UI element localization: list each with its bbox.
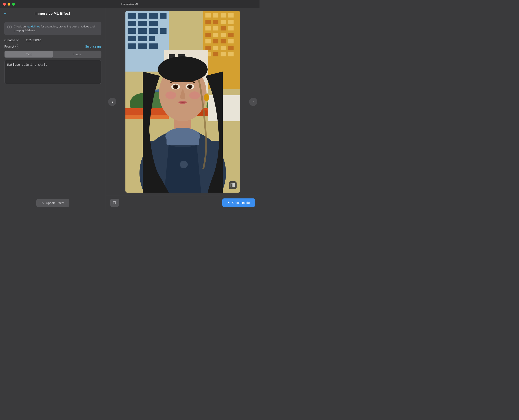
svg-point-65: [180, 161, 188, 168]
svg-rect-40: [206, 46, 211, 50]
nav-arrow-left[interactable]: ‹: [108, 98, 116, 106]
prompt-textarea[interactable]: Matisse painting style: [4, 60, 101, 84]
created-on-value: 2024/06/10: [26, 38, 101, 42]
svg-point-79: [204, 94, 209, 101]
chevron-right-icon: ›: [252, 99, 254, 104]
delete-button[interactable]: [110, 199, 119, 207]
svg-rect-31: [228, 26, 234, 30]
svg-rect-2: [128, 13, 136, 19]
svg-rect-13: [128, 36, 136, 41]
prompt-label-group: Prompt i: [4, 45, 19, 48]
svg-rect-82: [114, 202, 115, 204]
svg-rect-3: [138, 13, 147, 19]
trash-icon: [113, 200, 117, 205]
main-layout: ← Immersive ML Effect i Check our guidel…: [0, 8, 260, 210]
svg-rect-22: [221, 13, 226, 17]
svg-rect-68: [167, 132, 199, 145]
svg-rect-62: [208, 95, 240, 121]
close-button[interactable]: [3, 3, 6, 6]
svg-rect-39: [228, 39, 234, 44]
right-footer: Create model: [106, 195, 260, 210]
chevron-left-icon: ‹: [112, 99, 113, 104]
svg-rect-14: [138, 36, 147, 41]
panel-title: Immersive ML Effect: [9, 11, 101, 16]
svg-rect-10: [138, 28, 147, 34]
titlebar: Immersive ML: [0, 0, 260, 8]
svg-rect-47: [228, 52, 234, 56]
svg-rect-25: [213, 20, 218, 24]
svg-rect-42: [221, 46, 226, 50]
svg-rect-21: [213, 13, 218, 17]
svg-rect-36: [206, 39, 211, 44]
svg-rect-81: [233, 183, 235, 187]
svg-point-73: [174, 85, 177, 88]
svg-rect-17: [138, 44, 147, 49]
svg-rect-80: [231, 183, 232, 187]
svg-rect-26: [221, 20, 226, 24]
surprise-me-link[interactable]: Surprise me: [85, 45, 101, 48]
svg-rect-18: [149, 44, 158, 49]
portrait-svg: [125, 11, 240, 193]
svg-rect-29: [213, 26, 218, 30]
svg-rect-11: [149, 28, 158, 34]
prompt-info-icon: i: [15, 45, 19, 48]
svg-rect-23: [228, 13, 234, 17]
svg-rect-43: [228, 46, 234, 50]
right-panel: ‹: [106, 8, 260, 210]
window-controls: [3, 3, 15, 6]
svg-rect-20: [206, 13, 211, 17]
left-footer: ✎ Update Effect: [0, 196, 106, 210]
back-button[interactable]: ←: [3, 11, 9, 16]
svg-rect-34: [221, 33, 226, 37]
nav-arrow-right[interactable]: ›: [249, 98, 257, 106]
svg-point-76: [189, 85, 191, 88]
minimize-button[interactable]: [8, 3, 10, 6]
image-tab[interactable]: Image: [53, 51, 101, 58]
download-icon: [227, 201, 230, 205]
left-panel: ← Immersive ML Effect i Check our guidel…: [0, 8, 106, 210]
create-model-button[interactable]: Create model: [222, 198, 255, 207]
svg-rect-45: [213, 52, 218, 56]
create-model-label: Create model: [232, 201, 250, 204]
created-on-label: Created on: [4, 38, 26, 42]
svg-rect-37: [213, 39, 218, 44]
svg-rect-12: [160, 28, 167, 34]
svg-point-77: [165, 91, 176, 99]
portrait-container: [125, 11, 240, 193]
image-area: ‹: [106, 8, 260, 195]
svg-point-70: [158, 56, 208, 82]
svg-rect-27: [228, 20, 234, 24]
left-content: i Check our guidelines for examples, pro…: [0, 18, 106, 196]
svg-rect-33: [213, 33, 218, 37]
svg-rect-5: [160, 13, 167, 19]
update-effect-label: Update Effect: [46, 201, 64, 205]
svg-rect-16: [128, 44, 136, 49]
compare-icon: [230, 183, 235, 188]
svg-rect-32: [206, 33, 211, 37]
svg-point-78: [189, 91, 200, 99]
info-banner: i Check our guidelines for examples, pro…: [4, 22, 101, 35]
back-row: ← Immersive ML Effect: [0, 8, 106, 18]
info-icon: i: [7, 25, 12, 29]
svg-rect-15: [149, 36, 155, 41]
svg-rect-35: [228, 33, 234, 37]
prompt-label: Prompt: [4, 45, 14, 48]
info-text: Check our guidelines for examples, promp…: [14, 25, 98, 32]
svg-rect-41: [213, 46, 218, 50]
svg-rect-24: [206, 20, 211, 24]
svg-rect-38: [221, 39, 226, 44]
maximize-button[interactable]: [12, 3, 15, 6]
text-tab[interactable]: Text: [5, 51, 53, 58]
created-on-row: Created on 2024/06/10: [4, 38, 101, 42]
toggle-tabs: Text Image: [4, 51, 101, 58]
prompt-row: Prompt i Surprise me: [4, 45, 101, 48]
svg-rect-7: [138, 21, 147, 26]
svg-rect-6: [128, 21, 136, 26]
svg-rect-4: [149, 13, 158, 19]
guidelines-link[interactable]: guidelines: [27, 25, 40, 28]
pencil-icon: ✎: [42, 201, 44, 205]
svg-rect-9: [128, 28, 136, 34]
svg-rect-28: [206, 26, 211, 30]
feedback-icon[interactable]: [229, 181, 237, 189]
update-effect-button[interactable]: ✎ Update Effect: [36, 199, 69, 207]
